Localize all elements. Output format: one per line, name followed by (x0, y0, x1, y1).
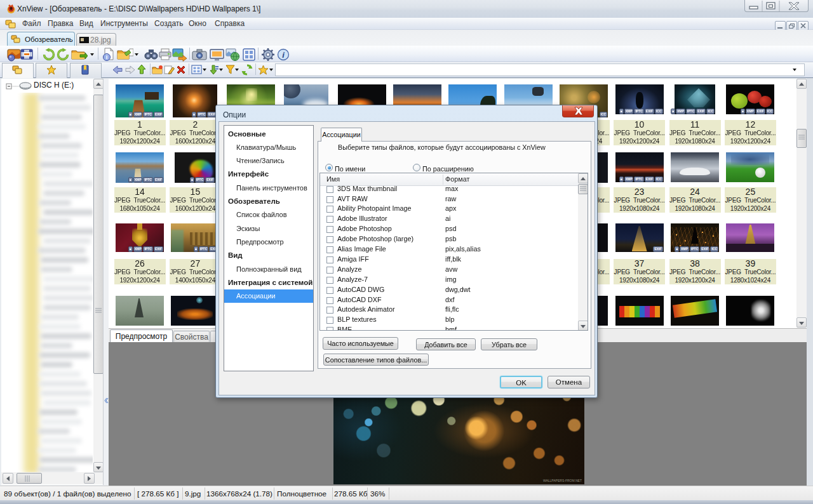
svg-text:i: i (106, 54, 108, 60)
svg-text:i: i (282, 50, 285, 60)
